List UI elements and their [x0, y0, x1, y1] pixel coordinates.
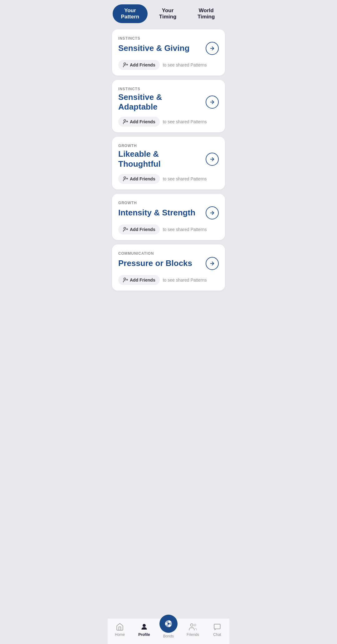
- card-2-add-friends-button[interactable]: Add Friends: [118, 117, 160, 127]
- add-person-icon: [123, 62, 128, 68]
- card-4-add-friends-label: Add Friends: [130, 227, 155, 232]
- top-tab-bar: Your Pattern Your Timing World Timing: [108, 0, 229, 27]
- svg-point-9: [124, 227, 126, 229]
- pattern-card-1: INSTINCTS Sensitive & Giving Add Friends…: [112, 29, 225, 76]
- card-1-category: INSTINCTS: [118, 36, 219, 41]
- card-5-arrow-button[interactable]: [206, 257, 219, 270]
- card-1-shared-text: to see shared Patterns: [163, 62, 207, 67]
- card-3-header: Likeable & Thoughtful: [118, 149, 219, 169]
- pattern-card-3: GROWTH Likeable & Thoughtful Add Friends…: [112, 137, 225, 189]
- card-2-add-friends-label: Add Friends: [130, 119, 155, 124]
- card-1-arrow-button[interactable]: [206, 42, 219, 55]
- svg-point-12: [124, 278, 126, 280]
- add-person-icon: [123, 277, 128, 283]
- card-3-arrow-button[interactable]: [206, 153, 219, 166]
- card-2-header: Sensitive & Adaptable: [118, 92, 219, 112]
- pattern-card-2: INSTINCTS Sensitive & Adaptable Add Frie…: [112, 80, 225, 132]
- card-4-add-friends-row: Add Friends to see shared Patterns: [118, 224, 219, 234]
- svg-point-3: [124, 120, 126, 122]
- card-3-add-friends-label: Add Friends: [130, 176, 155, 181]
- arrow-right-icon: [209, 46, 215, 51]
- tab-world-timing[interactable]: World Timing: [188, 4, 224, 23]
- arrow-right-icon: [209, 210, 215, 216]
- card-2-add-friends-row: Add Friends to see shared Patterns: [118, 117, 219, 127]
- add-person-icon: [123, 227, 128, 232]
- card-2-title: Sensitive & Adaptable: [118, 92, 203, 112]
- pattern-card-4: GROWTH Intensity & Strength Add Friends …: [112, 194, 225, 240]
- card-1-add-friends-row: Add Friends to see shared Patterns: [118, 60, 219, 70]
- tab-your-timing[interactable]: Your Timing: [151, 4, 185, 23]
- card-4-header: Intensity & Strength: [118, 206, 219, 219]
- card-5-add-friends-button[interactable]: Add Friends: [118, 275, 160, 285]
- card-5-add-friends-row: Add Friends to see shared Patterns: [118, 275, 219, 285]
- card-5-add-friends-label: Add Friends: [130, 278, 155, 283]
- card-4-shared-text: to see shared Patterns: [163, 227, 207, 232]
- arrow-right-icon: [209, 156, 215, 162]
- add-person-icon: [123, 119, 128, 125]
- pattern-card-5: COMMUNICATION Pressure or Blocks Add Fri…: [112, 244, 225, 291]
- card-3-title: Likeable & Thoughtful: [118, 149, 203, 169]
- card-5-shared-text: to see shared Patterns: [163, 278, 207, 283]
- svg-point-6: [124, 177, 126, 179]
- card-3-category: GROWTH: [118, 144, 219, 148]
- card-5-category: COMMUNICATION: [118, 251, 219, 256]
- card-4-arrow-button[interactable]: [206, 206, 219, 219]
- card-2-shared-text: to see shared Patterns: [163, 119, 207, 124]
- arrow-right-icon: [209, 99, 215, 105]
- card-5-title: Pressure or Blocks: [118, 258, 203, 268]
- tab-your-pattern[interactable]: Your Pattern: [113, 4, 148, 23]
- card-3-add-friends-row: Add Friends to see shared Patterns: [118, 174, 219, 184]
- card-2-arrow-button[interactable]: [206, 96, 219, 109]
- card-3-shared-text: to see shared Patterns: [163, 176, 207, 181]
- card-5-header: Pressure or Blocks: [118, 257, 219, 270]
- card-4-add-friends-button[interactable]: Add Friends: [118, 224, 160, 234]
- svg-point-0: [124, 63, 126, 65]
- card-1-add-friends-label: Add Friends: [130, 62, 155, 67]
- card-1-header: Sensitive & Giving: [118, 42, 219, 55]
- card-4-category: GROWTH: [118, 201, 219, 205]
- card-1-title: Sensitive & Giving: [118, 43, 203, 53]
- arrow-right-icon: [209, 261, 215, 266]
- card-2-category: INSTINCTS: [118, 87, 219, 91]
- card-3-add-friends-button[interactable]: Add Friends: [118, 174, 160, 184]
- card-4-title: Intensity & Strength: [118, 208, 203, 218]
- cards-container: INSTINCTS Sensitive & Giving Add Friends…: [108, 27, 229, 322]
- card-1-add-friends-button[interactable]: Add Friends: [118, 60, 160, 70]
- add-person-icon: [123, 176, 128, 182]
